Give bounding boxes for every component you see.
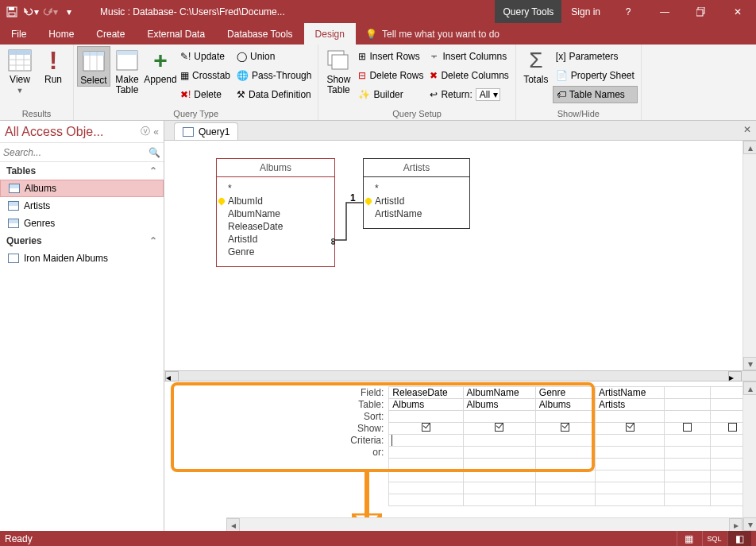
save-icon[interactable] xyxy=(3,3,21,21)
tab-database-tools[interactable]: Database Tools xyxy=(216,23,304,45)
delete-columns-button[interactable]: ✖Delete Columns xyxy=(426,67,511,84)
nav-group-tables[interactable]: Tables⌃ xyxy=(0,162,164,180)
grid-cell[interactable] xyxy=(535,470,595,482)
nav-item-albums[interactable]: Albums xyxy=(0,180,164,197)
table-box-artists[interactable]: Artists * ArtistId ArtistName xyxy=(363,158,470,229)
field-star[interactable]: * xyxy=(375,182,461,195)
append-button[interactable]: + Append xyxy=(144,46,177,85)
grid-cell[interactable]: Albums xyxy=(535,399,595,411)
run-button[interactable]: ! Run xyxy=(37,46,70,85)
grid-cell[interactable]: Albums xyxy=(389,399,463,411)
view-sql-icon[interactable]: SQL xyxy=(702,531,726,546)
insert-columns-button[interactable]: ⫟Insert Columns xyxy=(426,48,511,65)
field-albumid[interactable]: AlbumId xyxy=(228,195,326,207)
grid-cell[interactable] xyxy=(535,459,595,470)
return-dropdown[interactable]: ↩Return: All▾ xyxy=(426,86,511,103)
table-names-button[interactable]: 🏷Table Names xyxy=(553,86,638,103)
help-icon[interactable]: ? xyxy=(610,0,646,23)
checkbox-icon[interactable] xyxy=(495,423,503,432)
view-design-icon[interactable]: ◧ xyxy=(727,531,751,546)
minimize-icon[interactable]: — xyxy=(646,0,683,23)
tab-external-data[interactable]: External Data xyxy=(136,23,216,45)
grid-cell[interactable] xyxy=(535,482,595,494)
grid-cell[interactable] xyxy=(665,482,710,494)
field-albumname[interactable]: AlbumName xyxy=(228,207,326,220)
document-tab-query1[interactable]: Query1 xyxy=(174,122,238,140)
grid-cell[interactable] xyxy=(389,482,463,494)
delete-rows-button[interactable]: ⊟Delete Rows xyxy=(355,67,426,84)
grid-cell[interactable] xyxy=(596,459,665,470)
sign-in-link[interactable]: Sign in xyxy=(561,6,610,17)
scroll-down-icon[interactable]: ▾ xyxy=(743,357,756,370)
relationship-line[interactable] xyxy=(335,196,364,252)
query-grid-pane[interactable]: Field: ReleaseDate AlbumName Genre Artis… xyxy=(164,381,756,531)
scroll-left-icon[interactable]: ◂ xyxy=(165,371,179,381)
restore-icon[interactable] xyxy=(683,0,719,23)
grid-cell[interactable] xyxy=(535,435,595,447)
checkbox-icon[interactable] xyxy=(626,423,634,432)
grid-cell-show[interactable] xyxy=(389,423,463,435)
grid-cell[interactable] xyxy=(665,459,710,470)
grid-cell[interactable] xyxy=(389,435,463,447)
tab-design[interactable]: Design xyxy=(304,23,356,45)
grid-cell[interactable]: AlbumName xyxy=(463,387,535,399)
grid-cell[interactable] xyxy=(463,435,535,447)
grid-cell[interactable] xyxy=(596,447,665,459)
grid-cell[interactable] xyxy=(389,447,463,459)
nav-group-queries[interactable]: Queries⌃ xyxy=(0,232,164,250)
union-button[interactable]: ◯Union xyxy=(233,48,314,65)
grid-cell[interactable] xyxy=(665,387,710,399)
grid-cell[interactable]: Albums xyxy=(463,399,535,411)
nav-dropdown-icon[interactable]: ⓥ xyxy=(141,125,150,138)
tab-home[interactable]: Home xyxy=(37,23,85,45)
checkbox-icon[interactable] xyxy=(728,423,737,432)
undo-icon[interactable]: ▾ xyxy=(22,3,40,21)
field-releasedate[interactable]: ReleaseDate xyxy=(228,220,326,233)
crosstab-button[interactable]: ▦Crosstab xyxy=(177,67,233,84)
scroll-right-icon[interactable]: ▸ xyxy=(728,371,742,381)
pane-splitter[interactable]: ◂ ▸ xyxy=(164,370,756,381)
vertical-scrollbar[interactable]: ▴▾ xyxy=(742,381,756,531)
table-diagram-pane[interactable]: Albums * AlbumId AlbumName ReleaseDate A… xyxy=(164,140,756,370)
scroll-down-icon[interactable]: ▾ xyxy=(743,517,756,531)
grid-cell[interactable] xyxy=(463,459,535,470)
grid-cell[interactable] xyxy=(665,399,710,411)
passthrough-button[interactable]: 🌐Pass-Through xyxy=(233,67,314,84)
grid-cell[interactable] xyxy=(665,435,710,447)
field-artistid[interactable]: ArtistId xyxy=(375,195,461,207)
grid-cell[interactable] xyxy=(463,470,535,482)
grid-cell[interactable] xyxy=(596,411,665,423)
nav-collapse-icon[interactable]: « xyxy=(153,126,159,137)
horizontal-scrollbar[interactable]: ◂▸ xyxy=(226,517,742,531)
scroll-up-icon[interactable]: ▴ xyxy=(743,141,756,154)
data-definition-button[interactable]: ⚒Data Definition xyxy=(233,86,314,103)
nav-item-genres[interactable]: Genres xyxy=(0,215,164,232)
query-grid[interactable]: Field: ReleaseDate AlbumName Genre Artis… xyxy=(345,386,756,506)
grid-cell[interactable] xyxy=(389,470,463,482)
grid-cell[interactable] xyxy=(596,470,665,482)
builder-button[interactable]: ✨Builder xyxy=(355,86,426,103)
grid-cell[interactable] xyxy=(665,494,710,506)
field-artistname[interactable]: ArtistName xyxy=(375,207,461,220)
view-button[interactable]: View ▼ xyxy=(3,46,37,95)
tab-file[interactable]: File xyxy=(0,23,37,45)
grid-cell-show[interactable] xyxy=(596,423,665,435)
checkbox-icon[interactable] xyxy=(422,423,430,432)
checkbox-icon[interactable] xyxy=(561,423,569,432)
grid-cell[interactable]: Artists xyxy=(596,399,665,411)
nav-item-artists[interactable]: Artists xyxy=(0,197,164,215)
tab-create[interactable]: Create xyxy=(85,23,136,45)
search-input[interactable] xyxy=(3,147,148,158)
make-table-button[interactable]: Make Table xyxy=(110,46,144,95)
qat-customize-icon[interactable]: ▾ xyxy=(60,3,78,21)
grid-cell[interactable] xyxy=(535,494,595,506)
grid-cell-show[interactable] xyxy=(665,423,710,435)
table-box-albums[interactable]: Albums * AlbumId AlbumName ReleaseDate A… xyxy=(216,158,335,267)
grid-cell[interactable] xyxy=(596,482,665,494)
delete-query-button[interactable]: ✖!Delete xyxy=(177,86,233,103)
tell-me-search[interactable]: 💡 Tell me what you want to do xyxy=(356,23,499,45)
show-table-button[interactable]: Show Table xyxy=(322,46,355,95)
grid-cell[interactable] xyxy=(389,459,463,470)
view-datasheet-icon[interactable]: ▦ xyxy=(677,531,700,546)
grid-cell[interactable] xyxy=(389,494,463,506)
